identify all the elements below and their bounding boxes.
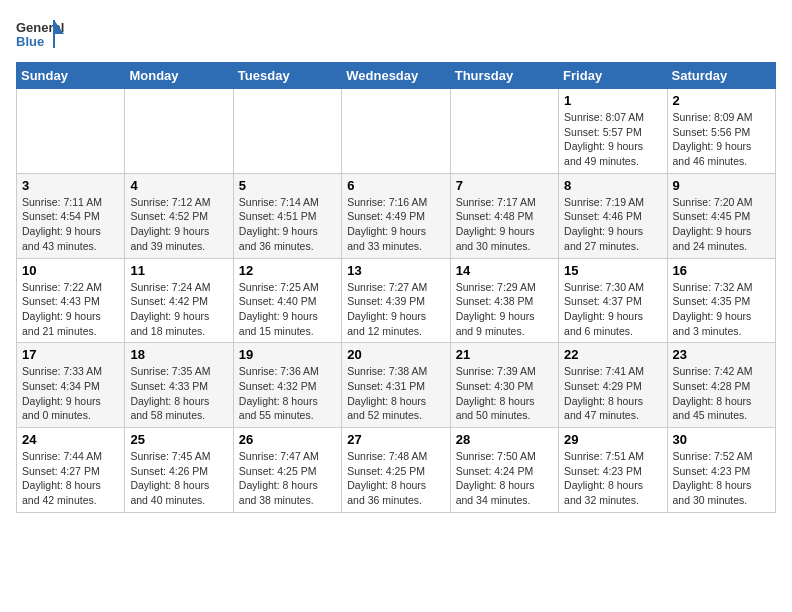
weekday-header-sunday: Sunday: [17, 63, 125, 89]
day-detail: Sunrise: 7:16 AM Sunset: 4:49 PM Dayligh…: [347, 195, 444, 254]
day-detail: Sunrise: 7:19 AM Sunset: 4:46 PM Dayligh…: [564, 195, 661, 254]
calendar-cell: 11Sunrise: 7:24 AM Sunset: 4:42 PM Dayli…: [125, 258, 233, 343]
calendar-cell: 20Sunrise: 7:38 AM Sunset: 4:31 PM Dayli…: [342, 343, 450, 428]
weekday-header-saturday: Saturday: [667, 63, 775, 89]
day-number: 9: [673, 178, 770, 193]
day-detail: Sunrise: 7:25 AM Sunset: 4:40 PM Dayligh…: [239, 280, 336, 339]
day-detail: Sunrise: 7:50 AM Sunset: 4:24 PM Dayligh…: [456, 449, 553, 508]
day-number: 26: [239, 432, 336, 447]
calendar-cell: 29Sunrise: 7:51 AM Sunset: 4:23 PM Dayli…: [559, 428, 667, 513]
day-number: 22: [564, 347, 661, 362]
logo: General Blue: [16, 16, 66, 58]
calendar-week-2: 3Sunrise: 7:11 AM Sunset: 4:54 PM Daylig…: [17, 173, 776, 258]
day-detail: Sunrise: 7:30 AM Sunset: 4:37 PM Dayligh…: [564, 280, 661, 339]
calendar-cell: 13Sunrise: 7:27 AM Sunset: 4:39 PM Dayli…: [342, 258, 450, 343]
day-number: 5: [239, 178, 336, 193]
calendar-cell: 21Sunrise: 7:39 AM Sunset: 4:30 PM Dayli…: [450, 343, 558, 428]
day-number: 18: [130, 347, 227, 362]
calendar-cell: 27Sunrise: 7:48 AM Sunset: 4:25 PM Dayli…: [342, 428, 450, 513]
day-detail: Sunrise: 7:48 AM Sunset: 4:25 PM Dayligh…: [347, 449, 444, 508]
weekday-header-row: SundayMondayTuesdayWednesdayThursdayFrid…: [17, 63, 776, 89]
day-detail: Sunrise: 7:14 AM Sunset: 4:51 PM Dayligh…: [239, 195, 336, 254]
calendar-cell: [450, 89, 558, 174]
day-number: 11: [130, 263, 227, 278]
day-detail: Sunrise: 7:11 AM Sunset: 4:54 PM Dayligh…: [22, 195, 119, 254]
day-number: 15: [564, 263, 661, 278]
calendar-cell: 8Sunrise: 7:19 AM Sunset: 4:46 PM Daylig…: [559, 173, 667, 258]
day-number: 7: [456, 178, 553, 193]
calendar-cell: 28Sunrise: 7:50 AM Sunset: 4:24 PM Dayli…: [450, 428, 558, 513]
weekday-header-thursday: Thursday: [450, 63, 558, 89]
day-detail: Sunrise: 7:33 AM Sunset: 4:34 PM Dayligh…: [22, 364, 119, 423]
svg-text:Blue: Blue: [16, 34, 44, 49]
day-detail: Sunrise: 7:36 AM Sunset: 4:32 PM Dayligh…: [239, 364, 336, 423]
calendar-cell: [233, 89, 341, 174]
day-detail: Sunrise: 7:41 AM Sunset: 4:29 PM Dayligh…: [564, 364, 661, 423]
calendar-cell: 24Sunrise: 7:44 AM Sunset: 4:27 PM Dayli…: [17, 428, 125, 513]
calendar-cell: 4Sunrise: 7:12 AM Sunset: 4:52 PM Daylig…: [125, 173, 233, 258]
day-detail: Sunrise: 7:47 AM Sunset: 4:25 PM Dayligh…: [239, 449, 336, 508]
day-number: 23: [673, 347, 770, 362]
calendar-week-3: 10Sunrise: 7:22 AM Sunset: 4:43 PM Dayli…: [17, 258, 776, 343]
day-detail: Sunrise: 8:07 AM Sunset: 5:57 PM Dayligh…: [564, 110, 661, 169]
day-detail: Sunrise: 7:20 AM Sunset: 4:45 PM Dayligh…: [673, 195, 770, 254]
logo-svg: General Blue: [16, 16, 66, 58]
calendar-cell: 19Sunrise: 7:36 AM Sunset: 4:32 PM Dayli…: [233, 343, 341, 428]
calendar-week-1: 1Sunrise: 8:07 AM Sunset: 5:57 PM Daylig…: [17, 89, 776, 174]
calendar-cell: 9Sunrise: 7:20 AM Sunset: 4:45 PM Daylig…: [667, 173, 775, 258]
day-number: 29: [564, 432, 661, 447]
day-detail: Sunrise: 7:24 AM Sunset: 4:42 PM Dayligh…: [130, 280, 227, 339]
day-number: 20: [347, 347, 444, 362]
day-number: 2: [673, 93, 770, 108]
calendar-table: SundayMondayTuesdayWednesdayThursdayFrid…: [16, 62, 776, 513]
day-detail: Sunrise: 7:35 AM Sunset: 4:33 PM Dayligh…: [130, 364, 227, 423]
day-detail: Sunrise: 7:44 AM Sunset: 4:27 PM Dayligh…: [22, 449, 119, 508]
day-number: 13: [347, 263, 444, 278]
weekday-header-friday: Friday: [559, 63, 667, 89]
day-detail: Sunrise: 7:39 AM Sunset: 4:30 PM Dayligh…: [456, 364, 553, 423]
calendar-cell: 3Sunrise: 7:11 AM Sunset: 4:54 PM Daylig…: [17, 173, 125, 258]
day-detail: Sunrise: 7:12 AM Sunset: 4:52 PM Dayligh…: [130, 195, 227, 254]
day-detail: Sunrise: 7:38 AM Sunset: 4:31 PM Dayligh…: [347, 364, 444, 423]
day-detail: Sunrise: 7:52 AM Sunset: 4:23 PM Dayligh…: [673, 449, 770, 508]
day-number: 19: [239, 347, 336, 362]
day-number: 21: [456, 347, 553, 362]
calendar-cell: 14Sunrise: 7:29 AM Sunset: 4:38 PM Dayli…: [450, 258, 558, 343]
calendar-cell: 26Sunrise: 7:47 AM Sunset: 4:25 PM Dayli…: [233, 428, 341, 513]
calendar-cell: [342, 89, 450, 174]
day-detail: Sunrise: 7:45 AM Sunset: 4:26 PM Dayligh…: [130, 449, 227, 508]
calendar-week-4: 17Sunrise: 7:33 AM Sunset: 4:34 PM Dayli…: [17, 343, 776, 428]
day-number: 27: [347, 432, 444, 447]
calendar-cell: 16Sunrise: 7:32 AM Sunset: 4:35 PM Dayli…: [667, 258, 775, 343]
calendar-cell: [17, 89, 125, 174]
day-detail: Sunrise: 7:42 AM Sunset: 4:28 PM Dayligh…: [673, 364, 770, 423]
calendar-cell: 22Sunrise: 7:41 AM Sunset: 4:29 PM Dayli…: [559, 343, 667, 428]
day-detail: Sunrise: 7:32 AM Sunset: 4:35 PM Dayligh…: [673, 280, 770, 339]
calendar-cell: 6Sunrise: 7:16 AM Sunset: 4:49 PM Daylig…: [342, 173, 450, 258]
day-number: 4: [130, 178, 227, 193]
day-detail: Sunrise: 7:22 AM Sunset: 4:43 PM Dayligh…: [22, 280, 119, 339]
calendar-week-5: 24Sunrise: 7:44 AM Sunset: 4:27 PM Dayli…: [17, 428, 776, 513]
weekday-header-tuesday: Tuesday: [233, 63, 341, 89]
calendar-cell: 5Sunrise: 7:14 AM Sunset: 4:51 PM Daylig…: [233, 173, 341, 258]
day-number: 14: [456, 263, 553, 278]
calendar-cell: 23Sunrise: 7:42 AM Sunset: 4:28 PM Dayli…: [667, 343, 775, 428]
calendar-cell: 15Sunrise: 7:30 AM Sunset: 4:37 PM Dayli…: [559, 258, 667, 343]
day-number: 8: [564, 178, 661, 193]
day-number: 3: [22, 178, 119, 193]
calendar-cell: 18Sunrise: 7:35 AM Sunset: 4:33 PM Dayli…: [125, 343, 233, 428]
calendar-cell: 1Sunrise: 8:07 AM Sunset: 5:57 PM Daylig…: [559, 89, 667, 174]
calendar-cell: 17Sunrise: 7:33 AM Sunset: 4:34 PM Dayli…: [17, 343, 125, 428]
day-detail: Sunrise: 7:17 AM Sunset: 4:48 PM Dayligh…: [456, 195, 553, 254]
calendar-cell: 12Sunrise: 7:25 AM Sunset: 4:40 PM Dayli…: [233, 258, 341, 343]
weekday-header-monday: Monday: [125, 63, 233, 89]
calendar-cell: 30Sunrise: 7:52 AM Sunset: 4:23 PM Dayli…: [667, 428, 775, 513]
day-detail: Sunrise: 7:51 AM Sunset: 4:23 PM Dayligh…: [564, 449, 661, 508]
header: General Blue: [16, 16, 776, 58]
calendar-cell: 10Sunrise: 7:22 AM Sunset: 4:43 PM Dayli…: [17, 258, 125, 343]
day-detail: Sunrise: 8:09 AM Sunset: 5:56 PM Dayligh…: [673, 110, 770, 169]
day-number: 10: [22, 263, 119, 278]
calendar-cell: 2Sunrise: 8:09 AM Sunset: 5:56 PM Daylig…: [667, 89, 775, 174]
calendar-cell: 7Sunrise: 7:17 AM Sunset: 4:48 PM Daylig…: [450, 173, 558, 258]
calendar-cell: [125, 89, 233, 174]
